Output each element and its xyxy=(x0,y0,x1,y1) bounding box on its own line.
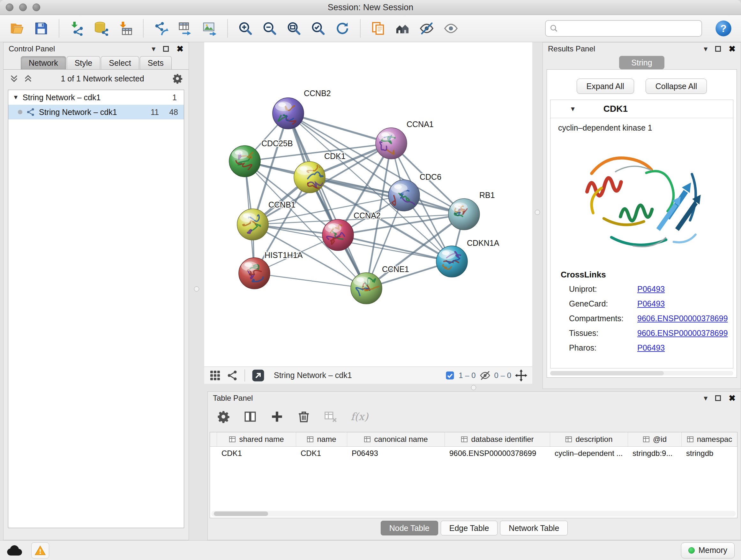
tab-select[interactable]: Select xyxy=(101,56,139,69)
warning-button[interactable] xyxy=(31,543,49,558)
open-session-button[interactable] xyxy=(7,18,27,39)
table-row[interactable]: CDK1 CDK1 P06493 9606.ENSP00000378699 cy… xyxy=(210,447,737,460)
crosslink-link[interactable]: 9606.ENSP00000378699 xyxy=(637,328,728,338)
column-header-canonical-name[interactable]: canonical name xyxy=(347,432,445,446)
zoom-selected-button[interactable] xyxy=(308,18,328,39)
network-canvas[interactable]: CCNB2CCNA1CDC25BCDK1CDC6RB1CCNB1CCNA2CDK… xyxy=(204,42,532,367)
scrollbar-thumb[interactable] xyxy=(214,511,268,516)
network-view-icon[interactable] xyxy=(226,370,238,381)
cell-namespace[interactable]: stringdb xyxy=(682,449,737,458)
show-details-button[interactable] xyxy=(441,18,461,39)
column-header-shared-name[interactable]: shared name xyxy=(217,432,296,446)
cell-database-identifier[interactable]: 9606.ENSP00000378699 xyxy=(445,449,550,458)
network-node[interactable] xyxy=(239,258,270,289)
window-close-button[interactable] xyxy=(6,3,13,11)
window-minimize-button[interactable] xyxy=(19,3,27,11)
panel-close-icon[interactable]: ✖ xyxy=(729,45,736,53)
network-node[interactable] xyxy=(448,199,480,230)
network-node[interactable] xyxy=(436,246,468,277)
refresh-layout-button[interactable] xyxy=(333,18,352,39)
tab-network[interactable]: Network xyxy=(21,56,66,69)
tab-string[interactable]: String xyxy=(619,56,664,69)
help-button[interactable]: ? xyxy=(715,20,732,37)
tab-style[interactable]: Style xyxy=(67,56,100,69)
cell-name[interactable]: CDK1 xyxy=(296,449,347,458)
panel-close-icon[interactable]: ✖ xyxy=(177,45,184,53)
crosslink-link[interactable]: P06493 xyxy=(637,343,665,353)
grid-icon[interactable] xyxy=(209,370,221,381)
search-box[interactable] xyxy=(545,20,702,37)
expand-all-icon[interactable] xyxy=(23,74,33,83)
save-session-button[interactable] xyxy=(31,18,51,39)
export-image-button[interactable] xyxy=(200,18,219,39)
network-node[interactable] xyxy=(273,98,304,129)
add-column-icon[interactable] xyxy=(270,410,284,423)
network-edge[interactable] xyxy=(254,273,366,288)
panel-float-icon[interactable] xyxy=(715,395,721,401)
crosslink-link[interactable]: P06493 xyxy=(637,299,665,308)
network-node[interactable] xyxy=(237,209,268,240)
cell-id[interactable]: stringdb:9... xyxy=(628,449,682,458)
hide-annotations-button[interactable] xyxy=(417,18,436,39)
disclosure-triangle-icon[interactable]: ▼ xyxy=(13,94,19,101)
table-settings-gear-icon[interactable] xyxy=(217,410,230,423)
import-table-button[interactable] xyxy=(116,18,135,39)
export-network-button[interactable] xyxy=(151,18,171,39)
network-node[interactable] xyxy=(351,273,382,304)
network-node[interactable] xyxy=(376,128,407,159)
network-node[interactable] xyxy=(229,145,260,177)
column-header-description[interactable]: description xyxy=(550,432,628,446)
network-row[interactable]: String Network – cdk1 11 48 xyxy=(8,105,184,119)
home-button[interactable] xyxy=(393,18,412,39)
hidden-eye-slash-icon[interactable] xyxy=(480,370,490,381)
panel-menu-caret-icon[interactable]: ▾ xyxy=(151,45,155,53)
column-header-database-identifier[interactable]: database identifier xyxy=(445,432,550,446)
zoom-out-button[interactable] xyxy=(260,18,280,39)
panel-menu-caret-icon[interactable]: ▾ xyxy=(704,45,708,53)
cell-canonical-name[interactable]: P06493 xyxy=(347,449,445,458)
panel-menu-caret-icon[interactable]: ▾ xyxy=(704,394,708,402)
network-node[interactable] xyxy=(388,180,420,211)
collapse-all-icon[interactable] xyxy=(9,74,19,83)
import-database-button[interactable] xyxy=(91,18,111,39)
panel-close-icon[interactable]: ✖ xyxy=(729,394,736,402)
show-columns-icon[interactable] xyxy=(244,410,257,423)
selected-checkbox-icon[interactable] xyxy=(445,371,455,380)
documents-button[interactable] xyxy=(368,18,388,39)
network-edge[interactable] xyxy=(288,113,391,143)
window-zoom-button[interactable] xyxy=(32,3,40,11)
tab-sets[interactable]: Sets xyxy=(140,56,172,69)
cell-description[interactable]: cyclin–dependent ... xyxy=(550,449,628,458)
network-node[interactable] xyxy=(322,219,354,251)
export-table-button[interactable] xyxy=(176,18,195,39)
gear-icon[interactable] xyxy=(172,73,183,84)
right-splitter-handle[interactable] xyxy=(535,210,540,215)
column-header-id[interactable]: @id xyxy=(628,432,682,446)
network-graph[interactable]: CCNB2CCNA1CDC25BCDK1CDC6RB1CCNB1CCNA2CDK… xyxy=(204,42,532,367)
section-disclosure-icon[interactable]: ▼ xyxy=(569,105,576,113)
panel-float-icon[interactable] xyxy=(715,46,721,52)
zoom-in-button[interactable] xyxy=(235,18,255,39)
left-splitter-handle[interactable] xyxy=(194,287,199,292)
crosslink-link[interactable]: 9606.ENSP00000378699 xyxy=(637,314,728,323)
tab-network-table[interactable]: Network Table xyxy=(500,521,568,536)
collapse-all-button[interactable]: Collapse All xyxy=(646,78,707,94)
protein-section-header[interactable]: ▼ CDK1 xyxy=(550,100,733,118)
open-in-window-icon[interactable] xyxy=(252,369,265,382)
column-header-namespace[interactable]: namespac xyxy=(682,432,737,446)
network-collection-row[interactable]: ▼ String Network – cdk1 1 xyxy=(8,90,184,105)
crosslink-link[interactable]: P06493 xyxy=(637,285,665,294)
bottom-splitter-handle[interactable] xyxy=(471,385,476,390)
memory-button[interactable]: Memory xyxy=(681,543,735,558)
delete-icon[interactable] xyxy=(297,410,311,423)
move-crosshair-icon[interactable] xyxy=(515,369,527,381)
panel-float-icon[interactable] xyxy=(163,46,169,52)
import-network-button[interactable] xyxy=(67,18,87,39)
tab-edge-table[interactable]: Edge Table xyxy=(441,521,498,536)
tab-node-table[interactable]: Node Table xyxy=(381,521,438,536)
network-edge[interactable] xyxy=(288,113,366,288)
zoom-fit-button[interactable] xyxy=(284,18,304,39)
cloud-icon[interactable] xyxy=(6,543,23,557)
results-scrollbar[interactable] xyxy=(550,371,733,375)
expand-all-button[interactable]: Expand All xyxy=(577,78,634,94)
